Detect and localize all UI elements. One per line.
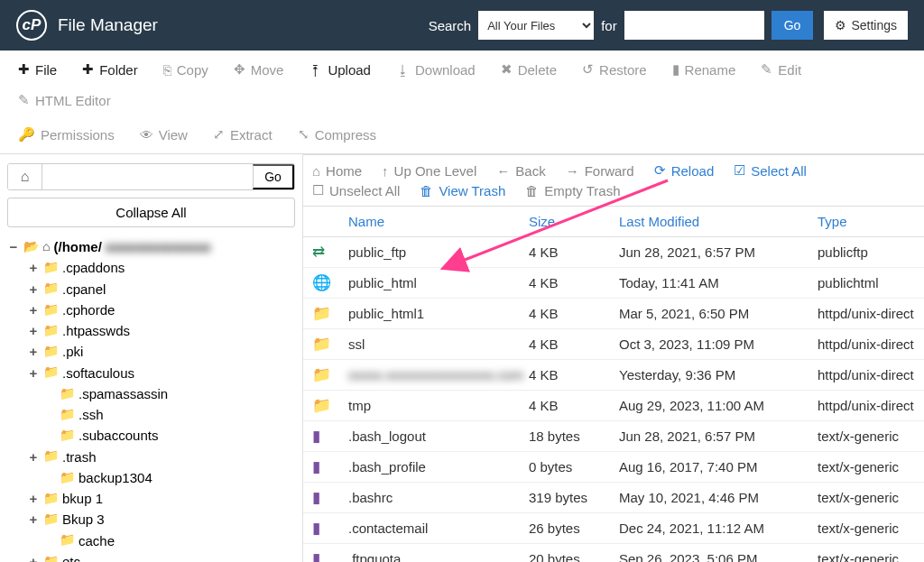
collapse-icon[interactable]: −	[7, 236, 20, 257]
settings-button[interactable]: ⚙ Settings	[824, 11, 908, 40]
download-icon: ⭳	[396, 62, 410, 78]
collapse-all-button[interactable]: Collapse All	[7, 198, 295, 227]
table-row[interactable]: 📁ssl4 KBOct 3, 2023, 11:09 PMhttpd/unix-…	[303, 329, 924, 360]
home-button[interactable]: ⌂	[8, 164, 42, 189]
new-folder-button[interactable]: ✚Folder	[71, 56, 149, 83]
nav-home-button[interactable]: ⌂Home	[312, 162, 362, 179]
table-row[interactable]: ▮.bash_profile0 bytesAug 16, 2017, 7:40 …	[303, 452, 924, 483]
search-go-button[interactable]: Go	[772, 11, 814, 40]
table-row[interactable]: ▮.bash_logout18 bytesJun 28, 2021, 6:57 …	[303, 421, 924, 452]
table-row[interactable]: ▮.ftpquota20 bytesSep 26, 2023, 5:06 PMt…	[303, 544, 924, 562]
expand-icon[interactable]: +	[27, 551, 40, 562]
tree-item[interactable]: 📁cache	[7, 530, 295, 551]
copy-button[interactable]: ⎘Copy	[152, 56, 219, 83]
col-name[interactable]: Name	[348, 214, 529, 229]
extract-button[interactable]: ⤢Extract	[202, 121, 283, 148]
navigation-bar: ⌂Home ↑Up One Level ←Back →Forward ⟳Relo…	[303, 154, 924, 207]
expand-icon[interactable]: +	[27, 257, 40, 278]
sync-icon: ⇄	[312, 243, 348, 262]
upload-button[interactable]: ⭱Upload	[298, 56, 382, 83]
html-editor-button[interactable]: ✎HTML Editor	[7, 87, 122, 114]
file-type: publichtml	[818, 275, 915, 290]
expand-icon[interactable]: +	[27, 447, 40, 467]
tree-item[interactable]: +📁.cphorde	[7, 299, 295, 320]
folder-tree-panel: ⌂ Go Collapse All − 📂 ⌂ (/home/xxxxxxxxx…	[0, 154, 303, 562]
table-row[interactable]: ▮.contactemail26 bytesDec 24, 2021, 11:1…	[303, 513, 924, 544]
reload-button[interactable]: ⟳Reload	[654, 162, 715, 179]
view-button[interactable]: 👁View	[129, 121, 199, 148]
permissions-button[interactable]: 🔑Permissions	[7, 121, 125, 148]
file-icon: ▮	[312, 427, 348, 446]
up-one-level-button[interactable]: ↑Up One Level	[382, 162, 476, 179]
table-row[interactable]: 📁public_html14 KBMar 5, 2021, 6:50 PMhtt…	[303, 299, 924, 329]
search-input[interactable]	[624, 11, 764, 40]
folder-icon: 📁	[43, 363, 59, 382]
expand-icon[interactable]: +	[27, 363, 40, 383]
move-button[interactable]: ✥Move	[223, 56, 295, 83]
tree-item[interactable]: +📁.cpaddons	[7, 257, 295, 278]
file-modified: Sep 26, 2023, 5:06 PM	[619, 551, 818, 562]
tree-item-label: .trash	[62, 447, 97, 467]
upload-icon: ⭱	[309, 62, 322, 78]
search-scope-select[interactable]: All Your Files	[478, 11, 594, 40]
table-header: Name Size Last Modified Type	[303, 207, 924, 237]
unselect-all-button[interactable]: ☐Unselect All	[312, 182, 400, 198]
file-icon: ▮	[312, 488, 348, 507]
tree-item[interactable]: 📁.spamassassin	[7, 383, 295, 404]
table-row[interactable]: 📁xxxxx.xxxxxxxxxxxxxxxx.com4 KBYesterday…	[303, 360, 924, 391]
table-row[interactable]: ⇄public_ftp4 KBJun 28, 2021, 6:57 PMpubl…	[303, 237, 924, 268]
expand-icon[interactable]: +	[27, 341, 40, 362]
expand-icon[interactable]: +	[27, 299, 40, 320]
expand-icon[interactable]: +	[27, 509, 40, 530]
file-size: 4 KB	[529, 244, 619, 260]
tree-item[interactable]: +📁etc	[7, 551, 295, 562]
tree-item[interactable]: +📁.softaculous	[7, 363, 295, 383]
forward-button[interactable]: →Forward	[566, 162, 634, 179]
col-type[interactable]: Type	[818, 214, 915, 229]
col-size[interactable]: Size	[529, 214, 619, 229]
file-name: ssl	[348, 336, 529, 352]
eye-icon: 👁	[140, 127, 153, 143]
folder-icon: 📁	[312, 335, 348, 354]
folder-icon: 📁	[43, 279, 59, 299]
tree-item[interactable]: +📁Bkup 3	[7, 509, 295, 530]
tree-item[interactable]: +📁.htpasswds	[7, 320, 295, 341]
select-all-button[interactable]: ☑Select All	[734, 162, 807, 179]
table-row[interactable]: ▮.bashrc319 bytesMay 10, 2021, 4:46 PMte…	[303, 483, 924, 513]
edit-button[interactable]: ✎Edit	[750, 56, 812, 83]
tree-item[interactable]: 📁backup1304	[7, 467, 295, 488]
download-button[interactable]: ⭳Download	[385, 56, 486, 83]
new-file-button[interactable]: ✚File	[7, 56, 68, 83]
expand-icon[interactable]: +	[27, 320, 40, 341]
tree-item[interactable]: 📁.ssh	[7, 404, 295, 425]
tree-item-label: .cpaddons	[62, 257, 125, 278]
tree-item-label: bkup 1	[62, 488, 103, 509]
path-go-button[interactable]: Go	[253, 164, 294, 189]
tree-item-label: .spamassassin	[79, 383, 168, 404]
expand-icon[interactable]: +	[27, 488, 40, 509]
delete-button[interactable]: ✖Delete	[490, 56, 568, 83]
expand-icon[interactable]: +	[27, 279, 40, 299]
file-name: .bash_logout	[348, 428, 529, 444]
rename-button[interactable]: ▮Rename	[661, 56, 747, 83]
tree-item[interactable]: +📁.trash	[7, 447, 295, 467]
col-modified[interactable]: Last Modified	[619, 214, 818, 229]
file-type: httpd/unix-direct	[818, 336, 915, 352]
tree-item[interactable]: +📁bkup 1	[7, 488, 295, 509]
extract-icon: ⤢	[213, 126, 225, 143]
tree-item[interactable]: 📁.subaccounts	[7, 425, 295, 446]
key-icon: 🔑	[18, 126, 35, 143]
table-row[interactable]: 🌐public_html4 KBToday, 11:41 AMpublichtm…	[303, 268, 924, 299]
path-input[interactable]	[42, 164, 253, 189]
folder-tree: − 📂 ⌂ (/home/xxxxxxxxxxxxxx +📁.cpaddons+…	[7, 236, 295, 562]
restore-button[interactable]: ↺Restore	[571, 56, 658, 83]
back-button[interactable]: ←Back	[496, 162, 545, 179]
tree-item[interactable]: +📁.cpanel	[7, 279, 295, 299]
file-name: .contactemail	[348, 521, 529, 536]
empty-trash-button[interactable]: 🗑Empty Trash	[525, 182, 620, 198]
tree-item[interactable]: +📁.pki	[7, 341, 295, 362]
tree-root[interactable]: − 📂 ⌂ (/home/xxxxxxxxxxxxxx	[7, 236, 295, 257]
compress-button[interactable]: ⤡Compress	[287, 121, 387, 148]
view-trash-button[interactable]: 🗑View Trash	[420, 182, 505, 198]
table-row[interactable]: 📁tmp4 KBAug 29, 2023, 11:00 AMhttpd/unix…	[303, 391, 924, 421]
